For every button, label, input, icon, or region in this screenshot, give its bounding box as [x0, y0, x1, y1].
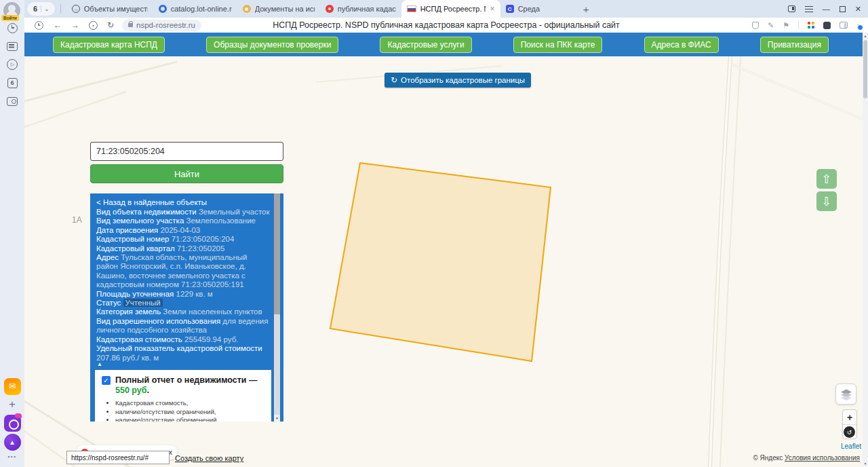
- divider: [60, 4, 61, 14]
- info-row: Кадастровый номер 71:23:050205:204: [96, 235, 270, 244]
- downloads-icon[interactable]: ↓: [856, 21, 861, 29]
- find-button[interactable]: Найти: [90, 164, 283, 183]
- scrollbar-thumb[interactable]: [863, 40, 867, 98]
- tab-favicon-red-icon: [326, 5, 334, 13]
- tab-favicon-arrow-icon: →: [72, 5, 80, 13]
- circled-icon: •: [89, 21, 98, 30]
- media-play-icon[interactable]: ▷: [0, 57, 24, 72]
- clock-icon: [35, 21, 43, 30]
- page-title: НСПД Росреестр. NSPD публичная кадастров…: [248, 20, 644, 30]
- row-value: 71:23:050205:204: [172, 235, 235, 243]
- refresh-icon: ↻: [391, 75, 397, 85]
- back-to-results-link[interactable]: < Назад в найденные объекты: [96, 198, 270, 206]
- screenshot-icon[interactable]: [0, 94, 24, 109]
- pen-icon[interactable]: ✎: [768, 21, 774, 30]
- layers-button[interactable]: [835, 384, 856, 405]
- tab-objects[interactable]: → Объекты имущества - Ф: [66, 0, 153, 18]
- bookmark-flag-icon[interactable]: ⚑: [783, 21, 789, 30]
- info-row: Площадь уточненная 1229 кв. м: [96, 290, 270, 299]
- tab-label: Среда: [518, 5, 540, 13]
- divider: [798, 21, 799, 30]
- tab-count-chip[interactable]: 6: [0, 75, 24, 90]
- create-own-map-link[interactable]: Создать свою карту: [175, 454, 243, 462]
- button-pkk-search[interactable]: Поиск на ПКК карте: [513, 37, 603, 53]
- panel-scrollbar[interactable]: [274, 193, 280, 415]
- info-row: Кадастровая стоимость 255459.94 руб.: [96, 335, 270, 344]
- page-scrollbar[interactable]: ▲ ▼: [863, 33, 868, 467]
- cadastral-search-input[interactable]: [90, 142, 283, 161]
- tab-sreda[interactable]: C Среда: [500, 0, 576, 18]
- terms-of-use-link[interactable]: Условия использования: [785, 454, 860, 462]
- cadastral-parcel-polygon[interactable]: [330, 163, 551, 361]
- tab-bar: 6 ⌄ → Объекты имущества - Ф catalog.lot-…: [24, 0, 868, 18]
- scrollbar-down-icon[interactable]: ▼: [863, 460, 868, 467]
- tab-counter-chip[interactable]: 6 ⌄: [27, 2, 55, 16]
- shield-icon[interactable]: [752, 22, 759, 29]
- tabs-board-icon[interactable]: [0, 39, 24, 54]
- report-price: 550 руб: [115, 386, 146, 395]
- close-window-button[interactable]: ✕: [855, 5, 861, 13]
- login-badge[interactable]: Войти: [1, 15, 19, 21]
- link-preview-tooltip: https://nspd-rosreestr.ru/#: [66, 451, 170, 464]
- info-row: Вид земельного участка Землепользование: [96, 217, 270, 225]
- reload-button[interactable]: ↻: [107, 20, 114, 30]
- tab-lot-online[interactable]: catalog.lot-online.ru/inde: [153, 0, 237, 18]
- forward-button[interactable]: →: [71, 20, 79, 30]
- map-move-up-button[interactable]: ⇧: [816, 169, 837, 189]
- menu-icon[interactable]: [805, 6, 813, 12]
- row-label: Кадастровый квартал: [96, 244, 175, 253]
- map-canvas[interactable]: ↻ Отобразить кадастровые границы 1А Найт…: [24, 56, 863, 467]
- panel-scroll-down-icon[interactable]: ▼: [274, 415, 280, 422]
- yandex-disk-icon[interactable]: [0, 414, 24, 432]
- maximize-button[interactable]: [840, 6, 846, 12]
- row-value: Тульская область, муниципальный район Яс…: [96, 253, 247, 288]
- browser-window: Войти ▷ 6 ✉ + ▲ ••• 6 ⌄ → Объекты имущес…: [0, 0, 868, 467]
- plus-icon: +: [9, 398, 16, 411]
- button-document-samples[interactable]: Образцы документов проверки: [206, 37, 338, 53]
- chevron-down-icon[interactable]: ⌄: [41, 5, 52, 12]
- browser-sidebar: Войти ▷ 6 ✉ + ▲ •••: [0, 0, 24, 467]
- map-move-down-button[interactable]: ⇩: [816, 191, 837, 211]
- add-panel-button[interactable]: +: [0, 398, 24, 411]
- panel-scrollbar-thumb[interactable]: [274, 193, 280, 314]
- tab-public-cadastral[interactable]: публичная кадастровая: [320, 0, 401, 18]
- row-label: Площадь уточненная: [96, 290, 174, 298]
- play-icon: ▷: [7, 59, 18, 70]
- tab-documents[interactable]: Документы на исполнен: [237, 0, 320, 18]
- url-field[interactable]: nspd-rosreestr.ru: [122, 20, 201, 31]
- zoom-in-button[interactable]: +: [843, 410, 856, 425]
- status-badge: Учтенный: [123, 299, 163, 307]
- row-value: Земельный участок: [199, 208, 270, 216]
- back-button[interactable]: ←: [54, 20, 62, 30]
- info-row: Кадастровый квартал 71:23:050205: [96, 244, 270, 253]
- history-clock-icon[interactable]: [35, 21, 43, 30]
- extension-icon[interactable]: [808, 22, 814, 29]
- row-value: Земли населенных пунктов: [163, 307, 262, 316]
- tab-close-icon[interactable]: ✕: [490, 5, 495, 12]
- zen-icon[interactable]: [823, 22, 831, 29]
- report-items-list: Кадастровая стоимость, наличие/отсутстви…: [110, 399, 266, 422]
- row-label: Категория земель: [96, 307, 161, 316]
- yandex-mail-icon[interactable]: ✉: [0, 377, 24, 395]
- minimize-button[interactable]: —: [823, 5, 830, 13]
- button-fias-addresses[interactable]: Адреса в ФИАС: [644, 37, 719, 53]
- history-icon[interactable]: [0, 20, 24, 35]
- side-panel-icon[interactable]: [840, 22, 848, 29]
- button-privatization[interactable]: Приватизация: [760, 37, 829, 53]
- collapse-panel-icon[interactable]: ▲: [97, 361, 102, 367]
- alice-assistant-icon[interactable]: ▲: [0, 433, 24, 451]
- button-cadastral-services[interactable]: Кадастровые услуги: [380, 37, 471, 53]
- sidebar-more-button[interactable]: •••: [0, 452, 24, 460]
- leaflet-attribution-link[interactable]: Leaflet: [841, 443, 861, 450]
- button-cadastral-map-nspd[interactable]: Кадастровая карта НСПД: [53, 37, 165, 53]
- report-checkbox[interactable]: ✓: [102, 376, 111, 385]
- show-cadastral-borders-button[interactable]: ↻ Отобразить кадастровые границы: [384, 73, 531, 88]
- tab-favicon-ring-icon: [159, 5, 167, 13]
- tab-nspd-active[interactable]: НСПД Росреестр. NSP ✕: [401, 0, 500, 18]
- ellipsis-icon: •••: [8, 453, 17, 460]
- protect-icon[interactable]: •: [89, 21, 98, 30]
- zoom-out-button[interactable]: − ↺: [843, 425, 856, 439]
- scrollbar-up-icon[interactable]: ▲: [863, 33, 868, 39]
- tab-panels-icon[interactable]: [788, 5, 795, 12]
- new-tab-button[interactable]: +: [583, 3, 589, 15]
